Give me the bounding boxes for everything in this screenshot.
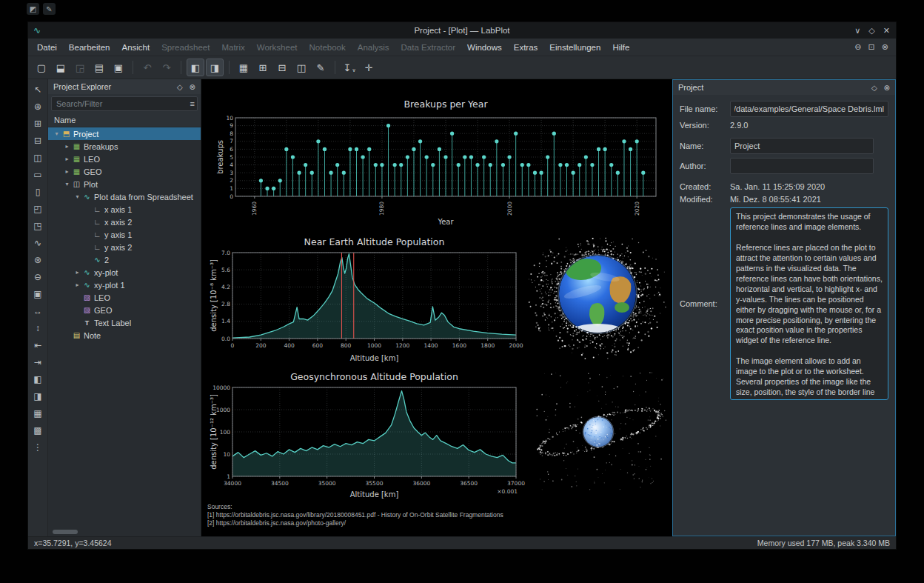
tree-column-header[interactable]: Name xyxy=(48,113,201,127)
maximize-button[interactable]: ◇ xyxy=(868,26,874,36)
expander-collapsed-icon[interactable]: ▸ xyxy=(73,269,81,276)
mdi-restore-button[interactable]: ⊡ xyxy=(868,42,875,52)
menu-datei[interactable]: Datei xyxy=(31,41,63,54)
expander-collapsed-icon[interactable]: ▸ xyxy=(73,281,81,288)
tree-item-xy-plot[interactable]: ▸∿xy-plot xyxy=(48,266,201,279)
undo-button[interactable]: ↶ xyxy=(138,59,156,76)
tree-item-text-label[interactable]: TText Label xyxy=(48,316,201,329)
tree-item-geo[interactable]: ▸▦GEO xyxy=(48,165,201,178)
tree-item-leo[interactable]: ▸▦LEO xyxy=(48,153,201,165)
source-link[interactable]: [2] https://orbitaldebris.jsc.nasa.gov/p… xyxy=(207,519,503,527)
new-datapicker-button[interactable]: ✛ xyxy=(360,59,378,76)
shift-right-tool-button[interactable]: ⇥ xyxy=(30,355,45,370)
horizontal-scrollbar[interactable] xyxy=(53,530,78,534)
new-spreadsheet-button[interactable]: ⊞ xyxy=(254,59,272,76)
zoom-y-tool-button[interactable]: ↕ xyxy=(30,321,45,336)
expander-expanded-icon[interactable]: ▾ xyxy=(53,130,61,137)
menu-extras[interactable]: Extras xyxy=(508,41,544,54)
break-layout-button[interactable]: ▩ xyxy=(30,423,45,438)
menu-bearbeiten[interactable]: Bearbeiten xyxy=(63,41,116,54)
screenshot-tool-icon[interactable]: ◩ xyxy=(27,3,39,15)
tree-item-2[interactable]: ∿2 xyxy=(48,253,201,266)
chart-breakups-per-year[interactable]: 0123456789101960198020002020Breakups per… xyxy=(216,93,660,232)
earth-debris-image[interactable] xyxy=(527,236,668,364)
tree-item-y-axis-2[interactable]: ∟y axis 2 xyxy=(48,241,201,253)
tree-item-breakups[interactable]: ▸▦Breakups xyxy=(48,140,201,153)
expander-expanded-icon[interactable]: ▾ xyxy=(63,181,71,187)
new-project-button[interactable]: ▢ xyxy=(33,59,50,76)
tree-item-geo[interactable]: ▨GEO xyxy=(48,304,201,316)
close-button[interactable]: ✕ xyxy=(883,26,890,36)
tree-item-y-axis-1[interactable]: ∟y axis 1 xyxy=(48,228,201,241)
mdi-close-button[interactable]: ⊗ xyxy=(882,42,888,52)
minimize-button[interactable]: ∨ xyxy=(854,26,860,36)
insert-image-button[interactable]: ◰ xyxy=(30,201,45,216)
insert-plot-two-axes-button[interactable]: ⊟ xyxy=(30,133,45,148)
insert-plot-template-button[interactable]: ▭ xyxy=(30,167,45,182)
redo-button[interactable]: ↷ xyxy=(158,59,175,76)
pin-icon[interactable]: ✎ xyxy=(43,3,56,15)
save-project-button[interactable]: ◲ xyxy=(71,59,89,76)
new-worksheet-button[interactable]: ◫ xyxy=(292,59,310,76)
open-project-button[interactable]: ⬓ xyxy=(52,59,70,76)
menu-hilfe[interactable]: Hilfe xyxy=(606,41,635,54)
panel-close-button[interactable]: ⊗ xyxy=(884,84,890,92)
insert-text-label-button[interactable]: ▯ xyxy=(30,184,45,199)
tree-item-xy-plot-1[interactable]: ▸∿xy-plot 1 xyxy=(48,279,201,291)
zoom-out-tool-button[interactable]: ⊖ xyxy=(30,270,45,284)
tree-item-x-axis-2[interactable]: ∟x axis 2 xyxy=(48,216,201,228)
menu-windows[interactable]: Windows xyxy=(461,41,508,54)
print-button[interactable]: ▤ xyxy=(90,59,108,76)
chart-geosynchronous-altitude[interactable]: 1101001000100003400034500350003550036000… xyxy=(209,368,532,504)
select-tool-button[interactable]: ↖ xyxy=(30,82,45,97)
insert-plot-centered-button[interactable]: ◫ xyxy=(30,150,45,165)
expander-collapsed-icon[interactable]: ▸ xyxy=(63,168,71,175)
tree-item-plot-data-from-spreadsheet[interactable]: ▾∿Plot data from Spreadsheet xyxy=(48,190,201,203)
zoom-in-tool-button[interactable]: ⊛ xyxy=(30,253,45,267)
tree-item-plot[interactable]: ▾◫Plot xyxy=(48,178,201,190)
toggle-project-explorer-button[interactable]: ◧ xyxy=(187,59,204,76)
more-tools-button[interactable]: ⋮ xyxy=(30,440,45,455)
zoom-x-tool-button[interactable]: ↔ xyxy=(30,304,45,319)
insert-legend-button[interactable]: ◳ xyxy=(30,219,45,233)
crosshair-tool-button[interactable]: ⊕ xyxy=(30,99,45,114)
search-input[interactable] xyxy=(51,96,198,111)
expander-expanded-icon[interactable]: ▾ xyxy=(73,193,81,200)
import-data-button[interactable]: ↧∨ xyxy=(341,59,358,76)
file-name-input[interactable] xyxy=(730,101,888,117)
menu-einstellungen[interactable]: Einstellungen xyxy=(543,41,606,54)
layout-horizontal-button[interactable]: ◨ xyxy=(30,389,45,404)
worksheet-canvas[interactable]: 0123456789101960198020002020Breakups per… xyxy=(201,79,672,536)
expander-collapsed-icon[interactable]: ▸ xyxy=(63,156,71,162)
layout-grid-button[interactable]: ▦ xyxy=(30,406,45,421)
new-workbook-button[interactable]: ▦ xyxy=(235,59,252,76)
tree-item-note[interactable]: ▤Note xyxy=(48,329,201,342)
mdi-minimize-button[interactable]: ⊖ xyxy=(854,42,861,52)
author-input[interactable] xyxy=(730,158,874,174)
geo-ring-image[interactable] xyxy=(533,370,670,497)
tree-item-project[interactable]: ▾⬒Project xyxy=(48,127,201,140)
expander-collapsed-icon[interactable]: ▸ xyxy=(63,143,71,150)
panel-float-button[interactable]: ◇ xyxy=(871,84,877,92)
panel-float-button[interactable]: ◇ xyxy=(177,83,183,91)
new-notebook-button[interactable]: ✎ xyxy=(312,59,329,76)
insert-curve-button[interactable]: ∿ xyxy=(30,236,45,250)
tree-item-leo[interactable]: ▨LEO xyxy=(48,291,201,304)
tree-item-x-axis-1[interactable]: ∟x axis 1 xyxy=(48,203,201,216)
layout-vertical-button[interactable]: ◧ xyxy=(30,372,45,387)
comment-textarea[interactable]: This project demonstrates the usage of r… xyxy=(730,207,888,400)
name-input[interactable] xyxy=(730,138,874,154)
insert-legend-icon: ◳ xyxy=(33,221,41,231)
new-matrix-button[interactable]: ⊟ xyxy=(273,59,291,76)
titlebar[interactable]: ∿ Project - [Plot] — LabPlot ∨ ◇ ✕ xyxy=(28,22,896,39)
panel-close-button[interactable]: ⊗ xyxy=(190,83,195,91)
toggle-properties-explorer-button[interactable]: ◨ xyxy=(206,59,224,76)
zoom-select-tool-button[interactable]: ▣ xyxy=(30,287,45,302)
chart-near-earth-altitude[interactable]: 0.01.42.84.25.67.00200400600800100012001… xyxy=(209,233,532,368)
shift-left-tool-button[interactable]: ⇤ xyxy=(30,338,45,353)
source-link[interactable]: [1] https://orbitaldebris.jsc.nasa.gov/l… xyxy=(207,511,503,519)
menu-ansicht[interactable]: Ansicht xyxy=(116,41,155,54)
print-preview-button[interactable]: ▣ xyxy=(110,59,127,76)
insert-plot-four-axes-button[interactable]: ⊞ xyxy=(30,116,45,131)
filter-options-icon[interactable]: ≡ xyxy=(190,99,195,109)
